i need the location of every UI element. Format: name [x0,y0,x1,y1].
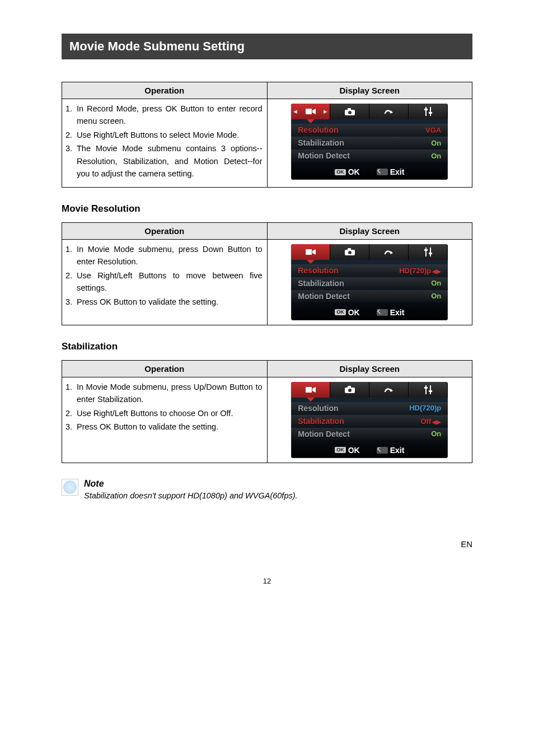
display-screen-cell: Resolution HD(720)p Stabilization Off◀▶ … [267,377,472,463]
menu-row-motion-detect: Motion Detect On [291,428,448,440]
tab-camera-icon [330,244,369,260]
th-operation: Operation [62,360,268,377]
tab-camera-icon [330,104,369,119]
svg-rect-9 [429,112,432,114]
svg-rect-26 [425,385,427,394]
svg-marker-21 [312,387,316,393]
menu-row-stabilization: Stabilization On [291,277,448,290]
svg-point-24 [348,389,352,392]
svg-rect-0 [306,109,312,114]
svg-rect-16 [425,248,427,256]
svg-rect-3 [348,108,351,110]
op-step: Use Right/Left Buttons to choose On or O… [77,407,263,419]
menu-row-resolution: Resolution HD(720)p◀▶ [291,264,448,277]
operation-cell: 1.In Movie Mode submenu, press Up/Down B… [62,377,268,463]
svg-rect-6 [425,107,427,116]
svg-rect-19 [429,253,432,254]
svg-rect-29 [429,390,432,392]
note-title: Note [84,479,298,489]
menu-row-motion-detect: Motion Detect On [291,150,448,162]
op-step: In Record Mode, press OK Button to enter… [77,102,263,128]
svg-rect-8 [424,109,428,110]
operation-cell: 1.In Movie Mode submenu, press Down Butt… [62,239,268,325]
svg-marker-5 [390,110,393,114]
svg-marker-1 [312,109,316,114]
tab-camera-icon [330,382,369,398]
svg-rect-18 [424,249,428,251]
tab-effects-icon [369,382,409,398]
svg-rect-23 [348,386,351,388]
svg-rect-27 [430,385,431,394]
op-step: Use Right/Left Buttons to move between f… [77,269,263,295]
tab-effects-icon [369,104,409,119]
tab-movie-icon: ◀ ▶ [291,104,330,119]
table-movie-mode: Operation Display Screen 1.In Record Mod… [62,82,472,188]
svg-rect-17 [430,248,431,256]
th-display-screen: Display Screen [267,360,472,377]
subheading-resolution: Movie Resolution [62,203,472,214]
operation-cell: 1.In Record Mode, press OK Button to ent… [62,99,268,188]
note-icon [62,479,78,496]
ok-button-label: OKOK [335,308,360,317]
op-step: Press OK Button to validate the setting. [77,421,263,433]
svg-point-14 [348,251,352,254]
op-step: In Movie Mode submenu, press Down Button… [77,243,263,268]
svg-rect-13 [348,248,351,250]
op-step: In Movie Mode submenu, press Up/Down But… [77,381,263,406]
display-screen-cell: Resolution HD(720)p◀▶ Stabilization On M… [267,239,472,325]
menu-row-resolution: Resolution HD(720)p [291,402,448,414]
note-text: Stabilization doesn't support HD(1080p) … [84,491,298,500]
th-operation: Operation [62,82,268,99]
th-display-screen: Display Screen [267,82,472,99]
svg-point-4 [348,111,352,114]
tab-movie-icon [291,244,330,260]
section-title: Movie Mode Submenu Setting [62,34,472,59]
ok-button-label: OKOK [335,446,360,455]
tab-settings-icon [409,104,448,119]
op-step: Use Right/Left Buttons to select Movie M… [77,129,263,141]
footer-lang: EN [0,522,534,549]
menu-row-stabilization: Stabilization On [291,137,448,149]
tab-settings-icon [409,244,448,260]
svg-marker-25 [390,389,393,392]
svg-rect-7 [430,107,431,116]
tab-movie-icon [291,382,330,398]
display-screen-cell: ◀ ▶ [267,99,472,188]
subheading-stabilization: Stabilization [62,341,472,352]
device-screen: Resolution HD(720)p◀▶ Stabilization On M… [291,244,448,320]
exit-button-label: Exit [377,167,405,176]
th-display-screen: Display Screen [267,222,472,239]
exit-button-label: Exit [377,446,405,455]
op-step: Press OK Button to validate the setting. [77,296,263,308]
svg-rect-20 [306,387,312,393]
page-number: 12 [0,577,534,585]
op-step: The Movie Mode submenu contains 3 option… [77,142,263,180]
svg-rect-10 [306,249,312,255]
ok-button-label: OKOK [335,167,360,176]
menu-row-resolution: Resolution VGA [291,124,448,136]
device-screen: Resolution HD(720)p Stabilization Off◀▶ … [291,382,448,458]
svg-marker-11 [312,249,316,255]
menu-row-motion-detect: Motion Detect On [291,290,448,302]
table-stabilization: Operation Display Screen 1.In Movie Mode… [62,360,472,463]
tab-effects-icon [369,244,409,260]
device-screen: ◀ ▶ [291,104,448,180]
exit-button-label: Exit [377,308,405,317]
svg-rect-28 [424,387,428,389]
tab-settings-icon [409,382,448,398]
menu-row-stabilization: Stabilization Off◀▶ [291,415,448,427]
table-resolution: Operation Display Screen 1.In Movie Mode… [62,222,472,325]
th-operation: Operation [62,222,268,239]
svg-marker-15 [390,251,393,254]
